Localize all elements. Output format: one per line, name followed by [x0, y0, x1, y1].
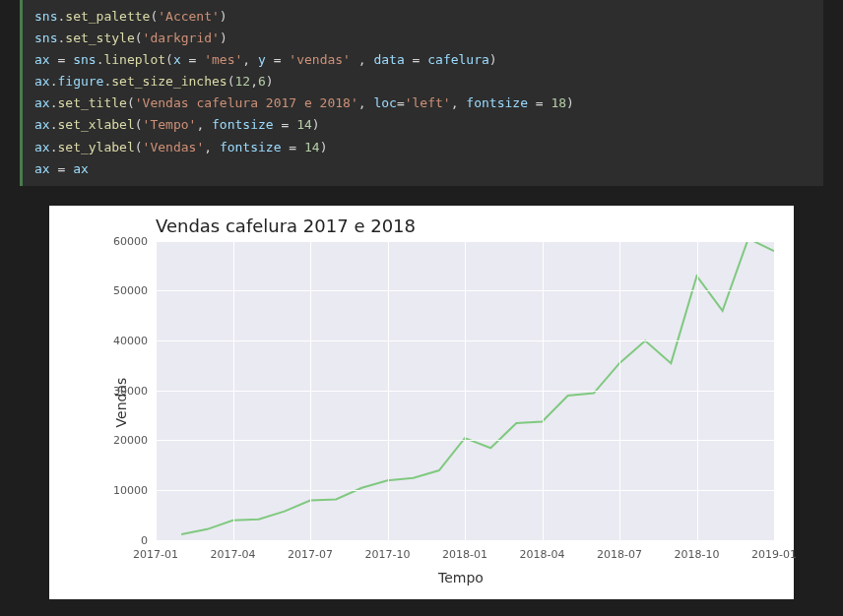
- xtick-label: 2019-01: [751, 548, 797, 561]
- code-line: ax = sns.lineplot(x = 'mes', y = 'vendas…: [34, 49, 811, 71]
- grid-line-vertical: [543, 241, 544, 540]
- grid-line-vertical: [697, 241, 698, 540]
- xtick-label: 2018-10: [675, 548, 720, 561]
- code-line: ax = ax: [34, 158, 811, 180]
- ytick-label: 10000: [98, 484, 148, 497]
- xtick-label: 2018-07: [597, 548, 642, 561]
- xtick-label: 2017-01: [133, 548, 178, 561]
- plot-area: [156, 241, 774, 540]
- grid-line-vertical: [774, 241, 775, 540]
- code-line: ax.figure.set_size_inches(12,6): [34, 71, 811, 92]
- ytick-label: 40000: [98, 335, 148, 347]
- code-line: sns.set_style('darkgrid'): [34, 28, 811, 49]
- xtick-label: 2017-10: [365, 548, 411, 561]
- ytick-label: 50000: [98, 284, 148, 297]
- code-line: sns.set_palette('Accent'): [34, 6, 811, 28]
- code-line: ax.set_xlabel('Tempo', fontsize = 14): [34, 114, 811, 136]
- chart-output: Vendas cafelura 2017 e 2018 Vendas Tempo…: [49, 206, 794, 599]
- ytick-label: 30000: [98, 384, 148, 397]
- grid-line-horizontal: [156, 540, 774, 541]
- chart-title: Vendas cafelura 2017 e 2018: [156, 216, 416, 236]
- code-line: ax.set_title('Vendas cafelura 2017 e 201…: [34, 92, 811, 114]
- grid-line-vertical: [465, 241, 466, 540]
- ytick-label: 60000: [98, 234, 148, 247]
- x-axis-label: Tempo: [438, 570, 484, 585]
- grid-line-vertical: [310, 241, 311, 540]
- ytick-label: 0: [98, 533, 148, 546]
- xtick-label: 2018-01: [442, 548, 487, 561]
- xtick-label: 2018-04: [520, 548, 565, 561]
- code-line: ax.set_ylabel('Vendas', fontsize = 14): [34, 137, 811, 158]
- grid-line-vertical: [233, 241, 234, 540]
- grid-line-vertical: [156, 241, 157, 540]
- grid-line-vertical: [619, 241, 620, 540]
- code-cell[interactable]: sns.set_palette('Accent') sns.set_style(…: [20, 0, 823, 186]
- grid-line-vertical: [388, 241, 389, 540]
- xtick-label: 2017-07: [288, 548, 333, 561]
- xtick-label: 2017-04: [211, 548, 256, 561]
- ytick-label: 20000: [98, 434, 148, 447]
